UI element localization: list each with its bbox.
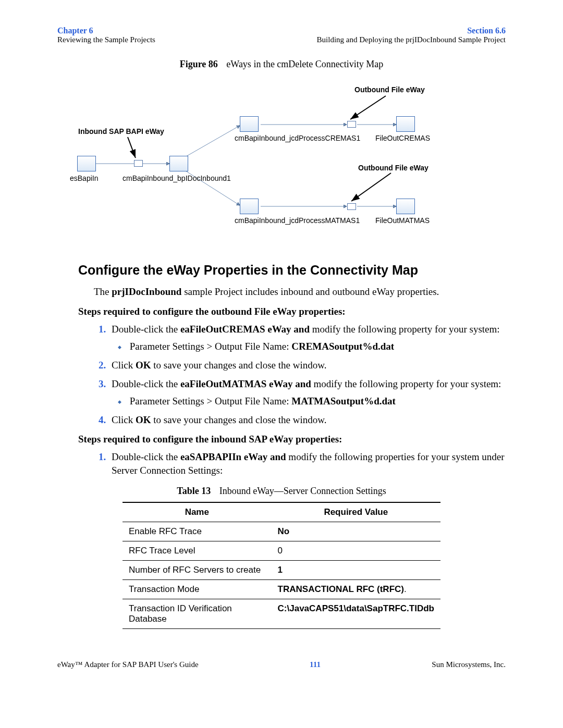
file-icon-1 xyxy=(396,116,415,132)
cell-value: 1 xyxy=(272,560,440,579)
file-icon-2 xyxy=(396,199,415,214)
cell-name: Number of RFC Servers to create xyxy=(123,560,272,579)
col-value: Required Value xyxy=(272,502,440,522)
inbound-steps-heading: Steps required to configure the inbound … xyxy=(78,434,506,445)
svg-line-2 xyxy=(180,167,240,205)
col-name: Name xyxy=(123,502,272,522)
eway-port xyxy=(347,203,356,210)
text: The xyxy=(94,286,112,297)
text: Parameter Settings > Output File Name: xyxy=(130,396,291,406)
step-item: Click OK to save your changes and close … xyxy=(108,359,506,372)
text: Click xyxy=(112,414,136,425)
file-matmas-label: FileOutMATMAS xyxy=(375,216,430,225)
chapter-subtitle: Reviewing the Sample Projects xyxy=(57,35,155,44)
cell-value: C:\JavaCAPS51\data\SapTRFC.TIDdb xyxy=(272,599,440,628)
jcd-cremas-label: cmBapiInbound_jcdProcessCREMAS1 xyxy=(235,134,360,142)
svg-line-7 xyxy=(350,96,386,119)
text-bold: prjIDocInbound xyxy=(112,286,181,297)
table-row: Number of RFC Servers to create1 xyxy=(123,560,440,579)
footer-left: eWay™ Adapter for SAP BAPI User's Guide xyxy=(57,660,199,669)
cell-name: Enable RFC Trace xyxy=(123,522,272,541)
cell-name: Transaction Mode xyxy=(123,579,272,599)
text-bold: OK xyxy=(136,360,151,371)
page-header: Chapter 6 Reviewing the Sample Projects … xyxy=(57,26,506,44)
chapter-label: Chapter 6 xyxy=(57,26,155,35)
step-item: Click OK to save your changes and close … xyxy=(108,413,506,427)
figure-caption: Figure 86 eWays in the cmDelete Connecti… xyxy=(57,59,506,70)
section-heading: Configure the eWay Properties in the Con… xyxy=(78,263,506,278)
table-row: Transaction ID Verification DatabaseC:\J… xyxy=(123,599,440,628)
text-bold: eaFileOutMATMAS eWay and xyxy=(180,378,311,389)
intro-paragraph: The prjIDocInbound sample Project includ… xyxy=(94,285,506,299)
step-item: Double-click the eaSAPBAPIIn eWay and mo… xyxy=(108,450,506,477)
cell-name: RFC Trace Level xyxy=(123,541,272,560)
text-bold: eaSAPBAPIIn eWay and xyxy=(180,451,286,462)
connectivity-diagram: Outbound File eWay Outbound File eWay In… xyxy=(57,83,506,244)
text: to save your changes and close the windo… xyxy=(151,360,326,371)
jcd-icon-1 xyxy=(240,116,259,132)
page-footer: eWay™ Adapter for SAP BAPI User's Guide … xyxy=(57,660,506,669)
text-bold: CREMASoutput%d.dat xyxy=(291,341,394,352)
section-label: Section 6.6 xyxy=(317,26,506,35)
esbapiin-label: esBapiIn xyxy=(70,174,98,182)
inbound-label: Inbound SAP BAPI eWay xyxy=(78,127,164,135)
text: Parameter Settings > Output File Name: xyxy=(130,341,291,352)
text: Double-click the xyxy=(112,451,180,462)
text: Double-click the xyxy=(112,324,180,335)
outbound-steps-heading: Steps required to configure the outbound… xyxy=(78,306,506,317)
page-number: 111 xyxy=(310,660,321,669)
cell-name: Transaction ID Verification Database xyxy=(123,599,272,628)
cell-value: No xyxy=(272,522,440,541)
table-caption: Table 13 Inbound eWay—Server Connection … xyxy=(57,486,506,497)
settings-table: Name Required Value Enable RFC TraceNoRF… xyxy=(123,502,440,629)
svg-line-8 xyxy=(351,173,391,201)
table-number: Table 13 xyxy=(177,486,211,496)
outbound-steps-list: Double-click the eaFileOutCREMAS eWay an… xyxy=(94,323,506,427)
text: Double-click the xyxy=(112,378,180,389)
jcd-matmas-label: cmBapiInbound_jcdProcessMATMAS1 xyxy=(235,216,360,225)
footer-right: Sun Microsystems, Inc. xyxy=(432,660,506,669)
cell-value: 0 xyxy=(272,541,440,560)
text: sample Project includes inbound and outb… xyxy=(181,286,439,297)
inbound-steps-list: Double-click the eaSAPBAPIIn eWay and mo… xyxy=(94,450,506,477)
svg-line-9 xyxy=(128,137,136,158)
jcd-icon-2 xyxy=(240,199,259,214)
text: modify the following property for your s… xyxy=(311,378,501,389)
bpl-icon xyxy=(169,156,188,171)
text: to save your changes and close the windo… xyxy=(151,414,326,425)
figure-title: eWays in the cmDelete Connectivity Map xyxy=(226,59,383,69)
outbound-label-1: Outbound File eWay xyxy=(354,85,425,94)
table-title: Inbound eWay—Server Connection Settings xyxy=(219,486,386,496)
eway-port xyxy=(347,121,356,128)
text-bold: OK xyxy=(136,414,151,425)
sap-icon xyxy=(77,156,96,171)
text: modify the following property for your s… xyxy=(310,324,500,335)
table-row: Transaction ModeTRANSACTIONAL RFC (tRFC)… xyxy=(123,579,440,599)
file-cremas-label: FileOutCREMAS xyxy=(375,134,430,142)
section-subtitle: Building and Deploying the prjIDocInboun… xyxy=(317,35,506,44)
step-item: Double-click the eaFileOutMATMAS eWay an… xyxy=(108,377,506,408)
cell-value: TRANSACTIONAL RFC (tRFC). xyxy=(272,579,440,599)
figure-number: Figure 86 xyxy=(180,59,218,69)
svg-line-1 xyxy=(180,126,240,160)
text-bold: MATMASoutput%d.dat xyxy=(291,396,396,406)
outbound-label-2: Outbound File eWay xyxy=(358,164,429,172)
sub-item: Parameter Settings > Output File Name: M… xyxy=(118,394,506,408)
text-bold: eaFileOutCREMAS eWay and xyxy=(180,324,310,335)
table-row: Enable RFC TraceNo xyxy=(123,522,440,541)
bpl-label: cmBapiInbound_bpIDocInbound1 xyxy=(123,174,231,182)
table-row: RFC Trace Level0 xyxy=(123,541,440,560)
sub-item: Parameter Settings > Output File Name: C… xyxy=(118,340,506,353)
eway-port xyxy=(134,160,143,167)
step-item: Double-click the eaFileOutCREMAS eWay an… xyxy=(108,323,506,353)
text: Click xyxy=(112,360,136,371)
